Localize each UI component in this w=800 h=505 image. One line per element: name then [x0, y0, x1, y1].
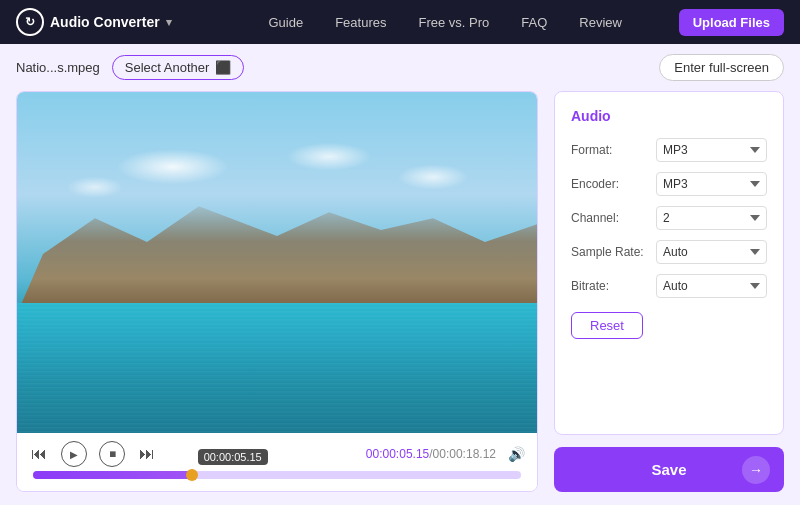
save-label: Save [651, 461, 686, 478]
filename-label: Natio...s.mpeg [16, 60, 100, 75]
fullscreen-button[interactable]: Enter full-screen [659, 54, 784, 81]
rewind-button[interactable]: ⏮ [29, 443, 49, 465]
encoder-row: Encoder: MP3 AAC [571, 172, 767, 196]
monitor-icon: ⬛ [215, 60, 231, 75]
bitrate-row: Bitrate: Auto 128k 192k 320k [571, 274, 767, 298]
logo-icon: ↻ [16, 8, 44, 36]
nav-features[interactable]: Features [335, 15, 386, 30]
play-button[interactable]: ▶ [61, 441, 87, 467]
format-label: Format: [571, 143, 656, 157]
video-section: ⏮ ▶ ⏹ ⏭ 00:00:05.15/00:00:18.12 🔊 00:00:… [16, 91, 538, 492]
water-layer [17, 303, 537, 433]
time-current: 00:00:05.15/00:00:18.12 [366, 447, 496, 461]
scrubber-container[interactable]: 00:00:05.15 [29, 471, 525, 487]
nav-free-vs-pro[interactable]: Free vs. Pro [418, 15, 489, 30]
time-separator-total: /00:00:18.12 [429, 447, 496, 461]
app-name: Audio Converter [50, 14, 160, 30]
scrubber-fill [33, 471, 194, 479]
video-preview [17, 92, 537, 433]
nav-links: Guide Features Free vs. Pro FAQ Review [212, 15, 679, 30]
sky-clouds [17, 126, 537, 228]
channel-label: Channel: [571, 211, 656, 225]
format-select[interactable]: MP3 AAC WAV FLAC [656, 138, 767, 162]
encoder-label: Encoder: [571, 177, 656, 191]
encoder-select[interactable]: MP3 AAC [656, 172, 767, 196]
audio-settings-panel: Audio Format: MP3 AAC WAV FLAC Encoder: … [554, 91, 784, 435]
channel-row: Channel: 2 1 [571, 206, 767, 230]
sample-rate-select[interactable]: Auto 44100 48000 [656, 240, 767, 264]
nav-faq[interactable]: FAQ [521, 15, 547, 30]
reset-button[interactable]: Reset [571, 312, 643, 339]
stop-button[interactable]: ⏹ [99, 441, 125, 467]
main-content: ⏮ ▶ ⏹ ⏭ 00:00:05.15/00:00:18.12 🔊 00:00:… [0, 91, 800, 505]
scrubber-thumb[interactable] [186, 469, 198, 481]
controls-row: ⏮ ▶ ⏹ ⏭ 00:00:05.15/00:00:18.12 🔊 [29, 441, 525, 467]
water-reflection [17, 303, 537, 433]
bitrate-select[interactable]: Auto 128k 192k 320k [656, 274, 767, 298]
save-button[interactable]: Save → [554, 447, 784, 492]
volume-icon[interactable]: 🔊 [508, 446, 525, 462]
select-another-button[interactable]: Select Another ⬛ [112, 55, 245, 80]
save-arrow-icon: → [742, 456, 770, 484]
sample-rate-label: Sample Rate: [571, 245, 656, 259]
nav-review[interactable]: Review [579, 15, 622, 30]
bitrate-label: Bitrate: [571, 279, 656, 293]
scrubber-tooltip: 00:00:05.15 [198, 449, 268, 465]
format-row: Format: MP3 AAC WAV FLAC [571, 138, 767, 162]
channel-select[interactable]: 2 1 [656, 206, 767, 230]
right-panel: Audio Format: MP3 AAC WAV FLAC Encoder: … [554, 91, 784, 492]
forward-button[interactable]: ⏭ [137, 443, 157, 465]
player-controls: ⏮ ▶ ⏹ ⏭ 00:00:05.15/00:00:18.12 🔊 00:00:… [17, 433, 537, 491]
scrubber-track[interactable] [33, 471, 521, 479]
current-time: 00:00:05.15 [366, 447, 429, 461]
navbar: ↻ Audio Converter ▾ Guide Features Free … [0, 0, 800, 44]
app-dropdown-icon[interactable]: ▾ [166, 16, 172, 29]
sample-rate-row: Sample Rate: Auto 44100 48000 [571, 240, 767, 264]
upload-files-button[interactable]: Upload Files [679, 9, 784, 36]
toolbar: Natio...s.mpeg Select Another ⬛ Enter fu… [0, 44, 800, 91]
select-another-label: Select Another [125, 60, 210, 75]
app-logo[interactable]: ↻ Audio Converter ▾ [16, 8, 172, 36]
audio-panel-title: Audio [571, 108, 767, 124]
nav-guide[interactable]: Guide [268, 15, 303, 30]
